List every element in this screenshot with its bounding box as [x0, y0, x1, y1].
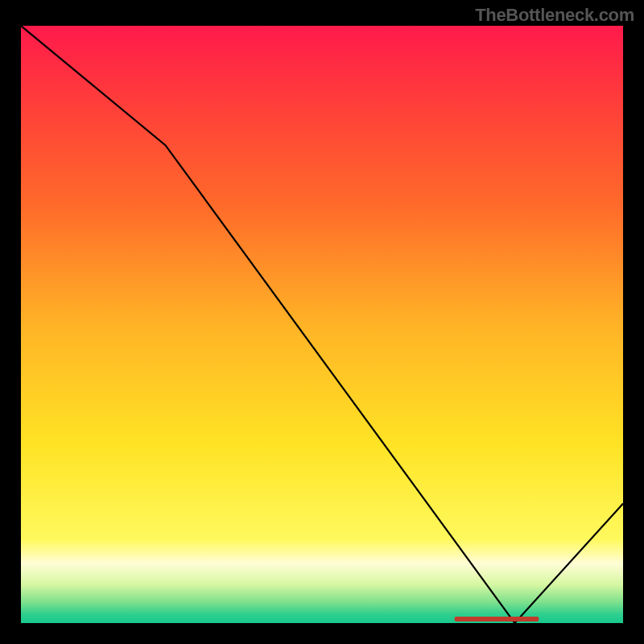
attribution-text: TheBottleneck.com — [475, 5, 634, 26]
optimal-range-marker — [455, 617, 539, 621]
chart-background — [21, 26, 623, 623]
chart-svg — [21, 26, 623, 623]
bottleneck-chart — [21, 26, 623, 623]
